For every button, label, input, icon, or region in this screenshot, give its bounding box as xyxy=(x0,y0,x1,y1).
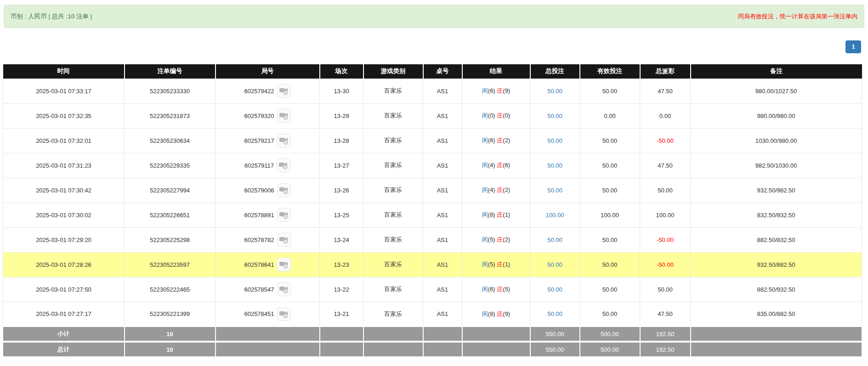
col-header-1: 时间 xyxy=(3,64,125,79)
col-header-5: 游戏类别 xyxy=(363,64,423,79)
video-replay-icon xyxy=(279,186,289,195)
result-cell: 闲(6) 庄(2) xyxy=(462,128,530,153)
table-row: 2025-03-01 07:27:17 522305221399 6025784… xyxy=(3,302,862,327)
game-type-cell: 百家乐 xyxy=(363,79,423,103)
total-bet-link[interactable]: 50.00 xyxy=(547,88,562,95)
payout-cell: -50.00 xyxy=(640,252,691,277)
video-replay-button[interactable] xyxy=(277,84,291,98)
video-replay-icon xyxy=(279,136,289,145)
summary-payout-cell: 192.50 xyxy=(640,342,691,357)
bet-number-cell: 522305222465 xyxy=(125,277,216,302)
round-cell: 602578451 xyxy=(216,302,320,327)
banker-points: (1) xyxy=(503,211,510,218)
banker-points: (2) xyxy=(503,186,510,193)
video-replay-button[interactable] xyxy=(277,233,291,247)
session-cell: 13-22 xyxy=(320,277,363,302)
pagination: 1 xyxy=(0,40,868,53)
banker-result-label: 庄 xyxy=(497,211,503,218)
video-replay-button[interactable] xyxy=(277,307,291,321)
game-type-cell: 百家乐 xyxy=(363,203,423,227)
player-points: (6) xyxy=(488,87,495,94)
summary-row: 小计 10 550.00 500.00 192.50 xyxy=(3,327,862,342)
remark-cell: 832.50/932.50 xyxy=(691,203,862,227)
session-cell: 13-25 xyxy=(320,203,363,227)
bet-number-cell: 522305225298 xyxy=(125,227,216,252)
round-number: 602579117 xyxy=(244,162,274,169)
table-row: 2025-03-01 07:33:17 522305233330 6025794… xyxy=(3,79,862,103)
total-bet-link[interactable]: 100.00 xyxy=(546,212,564,219)
empty-cell xyxy=(363,342,423,357)
player-result-label: 闲 xyxy=(482,186,488,193)
video-replay-button[interactable] xyxy=(277,158,290,172)
video-replay-button[interactable] xyxy=(277,258,291,271)
total-bet-link[interactable]: 50.00 xyxy=(547,261,562,268)
total-bet-link[interactable]: 50.00 xyxy=(547,113,562,119)
banker-points: (9) xyxy=(503,310,510,317)
result-cell: 闲(8) 庄(9) xyxy=(462,302,530,327)
table-number-cell: AS1 xyxy=(423,203,462,227)
video-replay-button[interactable] xyxy=(277,282,291,296)
col-header-6: 桌号 xyxy=(423,64,462,79)
banker-result-label: 庄 xyxy=(497,186,503,193)
settlement-notice-text: 同局有效投注，统一计算在该局第一张注单内 xyxy=(738,12,857,21)
summary-count-cell: 10 xyxy=(125,342,216,357)
total-bet-cell: 100.00 xyxy=(530,203,580,227)
time-cell: 2025-03-01 07:32:35 xyxy=(3,103,125,128)
time-cell: 2025-03-01 07:28:26 xyxy=(3,252,125,277)
empty-cell xyxy=(320,342,363,357)
total-bet-link[interactable]: 50.00 xyxy=(547,187,562,194)
video-replay-button[interactable] xyxy=(277,109,291,123)
time-cell: 2025-03-01 07:27:17 xyxy=(3,302,125,327)
player-result-label: 闲 xyxy=(482,211,488,218)
total-bet-link[interactable]: 50.00 xyxy=(547,137,562,144)
summary-label-cell: 总计 xyxy=(3,342,125,357)
game-type-cell: 百家乐 xyxy=(363,153,423,178)
session-cell: 13-24 xyxy=(320,227,363,252)
video-replay-button[interactable] xyxy=(277,183,291,197)
valid-bet-cell: 50.00 xyxy=(580,252,640,277)
total-bet-cell: 50.00 xyxy=(530,252,580,277)
empty-cell xyxy=(216,327,320,342)
remark-cell: 980.00/980.00 xyxy=(691,103,862,128)
player-result-label: 闲 xyxy=(482,162,488,169)
player-result-label: 闲 xyxy=(482,286,488,293)
round-cell: 602579320 xyxy=(216,103,320,128)
bet-number-cell: 522305229335 xyxy=(125,153,216,178)
valid-bet-cell: 50.00 xyxy=(580,227,640,252)
col-header-9: 有效投注 xyxy=(580,64,640,79)
total-bet-link[interactable]: 50.00 xyxy=(547,310,562,317)
result-cell: 闲(0) 庄(0) xyxy=(462,103,530,128)
col-header-2: 注单编号 xyxy=(125,64,216,79)
empty-cell xyxy=(363,327,423,342)
video-replay-button[interactable] xyxy=(277,208,291,222)
time-cell: 2025-03-01 07:32:01 xyxy=(3,128,125,153)
table-header: 时间注单编号局号场次游戏类别桌号结果总投注有效投注总派彩备注 xyxy=(3,64,862,79)
bet-number-cell: 522305221399 xyxy=(125,302,216,327)
result-cell: 闲(8) 庄(1) xyxy=(462,203,530,227)
time-cell: 2025-03-01 07:30:02 xyxy=(3,203,125,227)
video-replay-button[interactable] xyxy=(277,134,291,147)
session-cell: 13-29 xyxy=(320,103,363,128)
valid-bet-cell: 50.00 xyxy=(580,277,640,302)
valid-bet-cell: 100.00 xyxy=(580,203,640,227)
total-bet-cell: 50.00 xyxy=(530,103,580,128)
player-points: (6) xyxy=(488,137,495,144)
total-bet-link[interactable]: 50.00 xyxy=(547,236,562,243)
valid-bet-cell: 0.00 xyxy=(580,103,640,128)
game-type-cell: 百家乐 xyxy=(363,128,423,153)
total-bet-link[interactable]: 50.00 xyxy=(547,162,562,169)
game-type-cell: 百家乐 xyxy=(363,252,423,277)
video-replay-icon xyxy=(279,86,289,96)
round-number: 602578641 xyxy=(244,261,274,268)
round-cell: 602579422 xyxy=(216,79,320,103)
player-result-label: 闲 xyxy=(482,137,488,144)
table-row: 2025-03-01 07:29:20 522305225298 6025787… xyxy=(3,227,862,252)
total-bet-link[interactable]: 50.00 xyxy=(547,286,562,293)
valid-bet-cell: 50.00 xyxy=(580,178,640,203)
payout-cell: 47.50 xyxy=(640,79,691,103)
video-replay-icon xyxy=(279,285,289,294)
top-bar xyxy=(0,0,868,5)
info-bar: 币别 : 人民币 | 总共 :10 注单 | 同局有效投注，统一计算在该局第一张… xyxy=(4,5,864,28)
table-number-cell: AS1 xyxy=(423,103,462,128)
page-1-button[interactable]: 1 xyxy=(845,40,861,53)
